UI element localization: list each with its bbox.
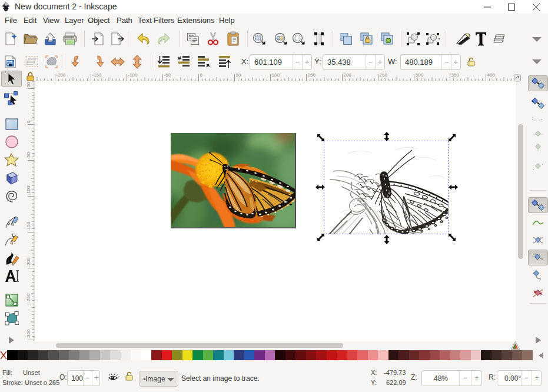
svg-text:-100: -100 (128, 72, 138, 78)
svg-text:150: 150 (308, 72, 316, 78)
svg-text:-300: -300 (26, 329, 31, 339)
svg-text:-150: -150 (92, 72, 102, 78)
svg-text:400: 400 (487, 72, 496, 78)
svg-text:250: 250 (380, 72, 388, 78)
svg-text:-50: -50 (164, 72, 171, 78)
svg-text:-150: -150 (26, 221, 31, 231)
svg-text:100: 100 (272, 72, 280, 78)
svg-text:50: 50 (26, 82, 31, 87)
svg-text:0: 0 (200, 72, 203, 78)
svg-text:-200: -200 (26, 257, 31, 267)
svg-text:350: 350 (451, 72, 460, 78)
svg-text:-200: -200 (57, 72, 67, 78)
svg-text:-250: -250 (26, 293, 31, 303)
svg-text:50: 50 (236, 72, 241, 78)
svg-text:0: 0 (26, 121, 31, 124)
svg-text:-100: -100 (26, 185, 31, 195)
svg-text:300: 300 (416, 72, 424, 78)
svg-text:-50: -50 (26, 152, 31, 159)
svg-text:200: 200 (344, 72, 352, 78)
